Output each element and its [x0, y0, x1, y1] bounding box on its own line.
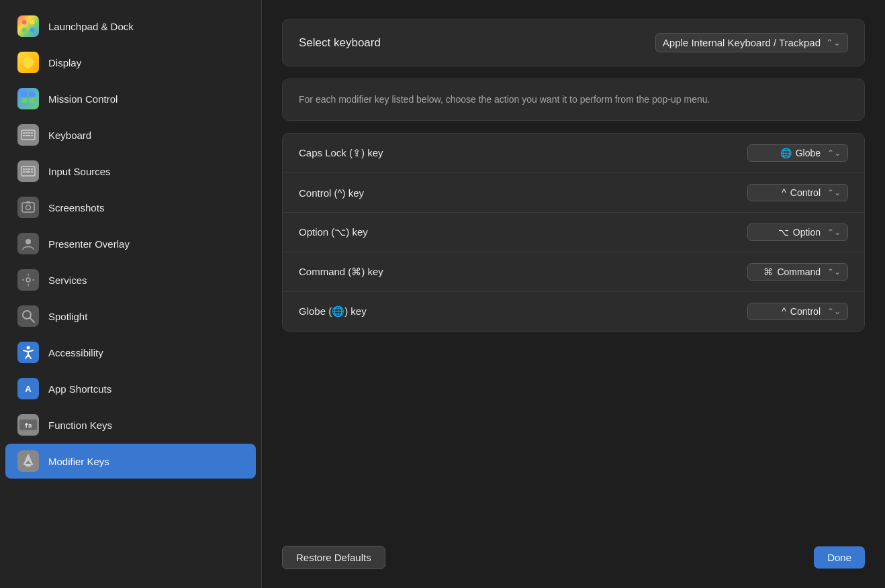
- sidebar-item-label-input: Input Sources: [48, 166, 111, 177]
- modifier-row-3: Command (⌘) key⌘Command⌃⌄: [283, 252, 864, 292]
- modifier-sym-icon-1: ^: [782, 187, 786, 198]
- sidebar-item-accessibility[interactable]: Accessibility: [5, 335, 256, 370]
- svg-point-30: [26, 205, 31, 210]
- screenshots-icon: [17, 197, 39, 218]
- modifier-value-text-4: Control: [790, 306, 821, 317]
- keyboard-icon: [17, 124, 39, 146]
- svg-point-4: [23, 57, 34, 68]
- svg-rect-10: [29, 92, 35, 97]
- svg-rect-43: [26, 464, 31, 467]
- sidebar-item-label-launchpad: Launchpad & Dock: [48, 21, 134, 32]
- presenter-icon: [17, 233, 39, 254]
- sidebar-item-display[interactable]: Display: [5, 45, 256, 80]
- modifier-value-text-2: Option: [793, 227, 821, 238]
- svg-rect-16: [28, 132, 30, 134]
- sidebar-item-input[interactable]: Input Sources: [5, 154, 256, 189]
- modifier-value-dropdown-1[interactable]: ^Control⌃⌄: [747, 184, 848, 201]
- modifier-sym-icon-2: ⌥: [778, 227, 789, 238]
- launchpad-icon: [17, 15, 39, 37]
- modifier-row-4: Globe (🌐) key^Control⌃⌄: [283, 292, 864, 331]
- modifier-key-name-3: Command (⌘) key: [299, 266, 383, 278]
- description-card: For each modifier key listed below, choo…: [282, 79, 865, 121]
- sidebar-item-label-accessibility: Accessibility: [48, 347, 103, 358]
- sidebar-item-launchpad[interactable]: Launchpad & Dock: [5, 9, 256, 44]
- sidebar-item-functionkeys[interactable]: fnFunction Keys: [5, 407, 256, 442]
- modifier-chevron-icon-0: ⌃⌄: [827, 148, 841, 158]
- sidebar-item-spotlight[interactable]: Spotlight: [5, 299, 256, 334]
- modifier-value-dropdown-2[interactable]: ⌥Option⌃⌄: [747, 224, 848, 241]
- keyboard-dropdown-chevron-icon: ⌃⌄: [826, 38, 841, 48]
- svg-rect-24: [28, 168, 30, 170]
- svg-rect-15: [26, 132, 28, 134]
- svg-text:fn: fn: [25, 422, 32, 429]
- functionkeys-icon: fn: [17, 414, 39, 436]
- svg-text:A: A: [25, 384, 32, 394]
- svg-rect-12: [29, 98, 35, 103]
- svg-rect-20: [31, 135, 33, 136]
- svg-point-1: [30, 20, 35, 25]
- svg-point-34: [23, 311, 31, 319]
- svg-line-35: [30, 318, 34, 322]
- keyboard-dropdown[interactable]: Apple Internal Keyboard / Trackpad ⌃⌄: [655, 33, 848, 52]
- modifier-sym-icon-0: 🌐: [780, 148, 792, 158]
- modifier-chevron-icon-1: ⌃⌄: [827, 188, 841, 197]
- svg-rect-23: [26, 168, 28, 170]
- keyboard-select-card: Select keyboard Apple Internal Keyboard …: [282, 19, 865, 66]
- modifier-value-dropdown-0[interactable]: 🌐Globe⌃⌄: [747, 144, 848, 162]
- modifier-chevron-icon-4: ⌃⌄: [827, 307, 841, 316]
- sidebar-item-appshortcuts[interactable]: AApp Shortcuts: [5, 371, 256, 406]
- sidebar-item-label-spotlight: Spotlight: [48, 311, 87, 322]
- sidebar-item-label-mission: Mission Control: [48, 93, 118, 105]
- mission-icon: [17, 88, 39, 109]
- sidebar-item-label-keyboard: Keyboard: [48, 130, 91, 141]
- sidebar-item-mission[interactable]: Mission Control: [5, 81, 256, 116]
- sidebar-item-keyboard[interactable]: Keyboard: [5, 117, 256, 152]
- modifier-key-name-2: Option (⌥) key: [299, 226, 368, 238]
- svg-rect-29: [22, 203, 34, 212]
- sidebar-item-screenshots[interactable]: Screenshots: [5, 190, 256, 225]
- modifier-value-dropdown-4[interactable]: ^Control⌃⌄: [747, 303, 848, 320]
- modifier-value-dropdown-3[interactable]: ⌘Command⌃⌄: [747, 263, 848, 281]
- modifier-row-1: Control (^) key^Control⌃⌄: [283, 173, 864, 213]
- sidebar-item-modifierkeys[interactable]: Modifier Keys: [5, 444, 256, 479]
- restore-defaults-button[interactable]: Restore Defaults: [282, 546, 385, 569]
- svg-point-33: [26, 278, 30, 282]
- modifier-key-name-4: Globe (🌐) key: [299, 305, 367, 317]
- appshortcuts-icon: A: [17, 378, 39, 399]
- done-button[interactable]: Done: [814, 546, 865, 569]
- sidebar-item-presenter[interactable]: Presenter Overlay: [5, 226, 256, 261]
- sidebar-item-label-modifierkeys: Modifier Keys: [48, 456, 109, 467]
- modifier-sym-icon-3: ⌘: [763, 266, 773, 277]
- modifier-key-name-1: Control (^) key: [299, 187, 364, 199]
- sidebar-item-label-display: Display: [48, 57, 81, 68]
- modifier-value-text-0: Globe: [796, 148, 821, 158]
- sidebar-item-services[interactable]: Services: [5, 262, 256, 297]
- svg-rect-26: [23, 171, 25, 173]
- services-icon: [17, 269, 39, 291]
- keyboard-dropdown-value: Apple Internal Keyboard / Trackpad: [663, 37, 821, 48]
- input-icon: [17, 160, 39, 182]
- modifier-row-0: Caps Lock (⇪) key🌐Globe⌃⌄: [283, 134, 864, 173]
- keyboard-select-label: Select keyboard: [299, 36, 381, 50]
- svg-rect-27: [26, 171, 30, 173]
- sidebar-item-label-presenter: Presenter Overlay: [48, 238, 130, 250]
- svg-rect-9: [21, 92, 28, 97]
- modifier-chevron-icon-2: ⌃⌄: [827, 228, 841, 237]
- modifier-sym-icon-4: ^: [782, 306, 786, 317]
- sidebar-item-label-screenshots: Screenshots: [48, 202, 104, 213]
- svg-rect-11: [21, 98, 28, 103]
- svg-rect-18: [23, 135, 25, 136]
- svg-rect-28: [31, 171, 33, 173]
- modifier-value-text-1: Control: [790, 187, 821, 198]
- sidebar: Launchpad & DockDisplayMission ControlKe…: [0, 0, 262, 588]
- keyboard-select-row: Select keyboard Apple Internal Keyboard …: [283, 19, 864, 66]
- svg-point-2: [22, 28, 27, 33]
- bottom-bar: Restore Defaults Done: [282, 535, 865, 569]
- svg-rect-22: [23, 168, 25, 170]
- svg-rect-19: [26, 135, 30, 136]
- sidebar-item-label-services: Services: [48, 275, 87, 286]
- modifier-key-name-0: Caps Lock (⇪) key: [299, 147, 383, 159]
- svg-rect-17: [31, 132, 33, 134]
- accessibility-icon: [17, 342, 39, 363]
- description-text: For each modifier key listed below, choo…: [299, 93, 848, 107]
